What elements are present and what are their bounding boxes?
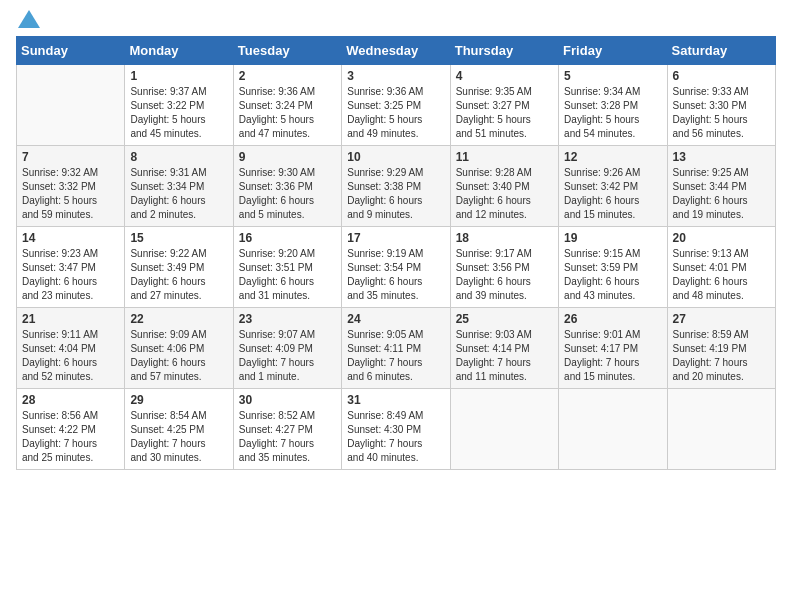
day-info: Sunrise: 9:28 AM Sunset: 3:40 PM Dayligh… [456, 166, 553, 222]
header-cell-monday: Monday [125, 37, 233, 65]
calendar-cell: 6Sunrise: 9:33 AM Sunset: 3:30 PM Daylig… [667, 65, 775, 146]
day-info: Sunrise: 9:35 AM Sunset: 3:27 PM Dayligh… [456, 85, 553, 141]
day-info: Sunrise: 9:05 AM Sunset: 4:11 PM Dayligh… [347, 328, 444, 384]
day-number: 7 [22, 150, 119, 164]
calendar-cell: 24Sunrise: 9:05 AM Sunset: 4:11 PM Dayli… [342, 308, 450, 389]
header-cell-sunday: Sunday [17, 37, 125, 65]
calendar-cell [17, 65, 125, 146]
day-number: 10 [347, 150, 444, 164]
calendar-cell [559, 389, 667, 470]
day-info: Sunrise: 9:32 AM Sunset: 3:32 PM Dayligh… [22, 166, 119, 222]
day-number: 20 [673, 231, 770, 245]
header-cell-tuesday: Tuesday [233, 37, 341, 65]
calendar-cell: 21Sunrise: 9:11 AM Sunset: 4:04 PM Dayli… [17, 308, 125, 389]
day-info: Sunrise: 8:59 AM Sunset: 4:19 PM Dayligh… [673, 328, 770, 384]
day-number: 3 [347, 69, 444, 83]
day-number: 17 [347, 231, 444, 245]
day-info: Sunrise: 9:29 AM Sunset: 3:38 PM Dayligh… [347, 166, 444, 222]
day-info: Sunrise: 8:49 AM Sunset: 4:30 PM Dayligh… [347, 409, 444, 465]
calendar-cell: 9Sunrise: 9:30 AM Sunset: 3:36 PM Daylig… [233, 146, 341, 227]
day-number: 1 [130, 69, 227, 83]
calendar-cell: 12Sunrise: 9:26 AM Sunset: 3:42 PM Dayli… [559, 146, 667, 227]
day-info: Sunrise: 9:30 AM Sunset: 3:36 PM Dayligh… [239, 166, 336, 222]
calendar-cell: 11Sunrise: 9:28 AM Sunset: 3:40 PM Dayli… [450, 146, 558, 227]
day-number: 14 [22, 231, 119, 245]
day-number: 24 [347, 312, 444, 326]
calendar-cell: 17Sunrise: 9:19 AM Sunset: 3:54 PM Dayli… [342, 227, 450, 308]
calendar-cell: 28Sunrise: 8:56 AM Sunset: 4:22 PM Dayli… [17, 389, 125, 470]
calendar-cell: 4Sunrise: 9:35 AM Sunset: 3:27 PM Daylig… [450, 65, 558, 146]
calendar-cell: 31Sunrise: 8:49 AM Sunset: 4:30 PM Dayli… [342, 389, 450, 470]
day-number: 30 [239, 393, 336, 407]
day-info: Sunrise: 9:11 AM Sunset: 4:04 PM Dayligh… [22, 328, 119, 384]
calendar-cell: 19Sunrise: 9:15 AM Sunset: 3:59 PM Dayli… [559, 227, 667, 308]
calendar-cell: 7Sunrise: 9:32 AM Sunset: 3:32 PM Daylig… [17, 146, 125, 227]
calendar-cell: 23Sunrise: 9:07 AM Sunset: 4:09 PM Dayli… [233, 308, 341, 389]
calendar-header: SundayMondayTuesdayWednesdayThursdayFrid… [17, 37, 776, 65]
day-number: 25 [456, 312, 553, 326]
calendar-cell [450, 389, 558, 470]
day-number: 31 [347, 393, 444, 407]
week-row-0: 1Sunrise: 9:37 AM Sunset: 3:22 PM Daylig… [17, 65, 776, 146]
calendar-cell [667, 389, 775, 470]
day-number: 16 [239, 231, 336, 245]
calendar-cell: 13Sunrise: 9:25 AM Sunset: 3:44 PM Dayli… [667, 146, 775, 227]
header-cell-friday: Friday [559, 37, 667, 65]
logo [16, 16, 40, 28]
calendar-cell: 29Sunrise: 8:54 AM Sunset: 4:25 PM Dayli… [125, 389, 233, 470]
week-row-1: 7Sunrise: 9:32 AM Sunset: 3:32 PM Daylig… [17, 146, 776, 227]
day-info: Sunrise: 9:01 AM Sunset: 4:17 PM Dayligh… [564, 328, 661, 384]
day-number: 13 [673, 150, 770, 164]
day-number: 5 [564, 69, 661, 83]
calendar-cell: 3Sunrise: 9:36 AM Sunset: 3:25 PM Daylig… [342, 65, 450, 146]
day-info: Sunrise: 9:22 AM Sunset: 3:49 PM Dayligh… [130, 247, 227, 303]
day-number: 19 [564, 231, 661, 245]
week-row-2: 14Sunrise: 9:23 AM Sunset: 3:47 PM Dayli… [17, 227, 776, 308]
day-number: 22 [130, 312, 227, 326]
calendar-cell: 18Sunrise: 9:17 AM Sunset: 3:56 PM Dayli… [450, 227, 558, 308]
week-row-3: 21Sunrise: 9:11 AM Sunset: 4:04 PM Dayli… [17, 308, 776, 389]
calendar-cell: 27Sunrise: 8:59 AM Sunset: 4:19 PM Dayli… [667, 308, 775, 389]
calendar-cell: 15Sunrise: 9:22 AM Sunset: 3:49 PM Dayli… [125, 227, 233, 308]
day-info: Sunrise: 9:03 AM Sunset: 4:14 PM Dayligh… [456, 328, 553, 384]
calendar-cell: 26Sunrise: 9:01 AM Sunset: 4:17 PM Dayli… [559, 308, 667, 389]
day-info: Sunrise: 9:23 AM Sunset: 3:47 PM Dayligh… [22, 247, 119, 303]
day-number: 15 [130, 231, 227, 245]
day-info: Sunrise: 9:31 AM Sunset: 3:34 PM Dayligh… [130, 166, 227, 222]
calendar-cell: 8Sunrise: 9:31 AM Sunset: 3:34 PM Daylig… [125, 146, 233, 227]
week-row-4: 28Sunrise: 8:56 AM Sunset: 4:22 PM Dayli… [17, 389, 776, 470]
day-info: Sunrise: 9:20 AM Sunset: 3:51 PM Dayligh… [239, 247, 336, 303]
day-info: Sunrise: 9:13 AM Sunset: 4:01 PM Dayligh… [673, 247, 770, 303]
calendar-cell: 22Sunrise: 9:09 AM Sunset: 4:06 PM Dayli… [125, 308, 233, 389]
day-number: 28 [22, 393, 119, 407]
svg-marker-0 [18, 10, 40, 28]
day-info: Sunrise: 9:07 AM Sunset: 4:09 PM Dayligh… [239, 328, 336, 384]
header-row: SundayMondayTuesdayWednesdayThursdayFrid… [17, 37, 776, 65]
calendar-cell: 20Sunrise: 9:13 AM Sunset: 4:01 PM Dayli… [667, 227, 775, 308]
day-number: 8 [130, 150, 227, 164]
header-cell-wednesday: Wednesday [342, 37, 450, 65]
header-cell-thursday: Thursday [450, 37, 558, 65]
calendar-cell: 16Sunrise: 9:20 AM Sunset: 3:51 PM Dayli… [233, 227, 341, 308]
day-number: 18 [456, 231, 553, 245]
calendar-cell: 2Sunrise: 9:36 AM Sunset: 3:24 PM Daylig… [233, 65, 341, 146]
day-info: Sunrise: 9:36 AM Sunset: 3:25 PM Dayligh… [347, 85, 444, 141]
calendar-cell: 10Sunrise: 9:29 AM Sunset: 3:38 PM Dayli… [342, 146, 450, 227]
calendar-cell: 5Sunrise: 9:34 AM Sunset: 3:28 PM Daylig… [559, 65, 667, 146]
day-number: 29 [130, 393, 227, 407]
day-info: Sunrise: 9:09 AM Sunset: 4:06 PM Dayligh… [130, 328, 227, 384]
day-number: 21 [22, 312, 119, 326]
day-number: 12 [564, 150, 661, 164]
day-number: 26 [564, 312, 661, 326]
day-info: Sunrise: 8:52 AM Sunset: 4:27 PM Dayligh… [239, 409, 336, 465]
calendar-table: SundayMondayTuesdayWednesdayThursdayFrid… [16, 36, 776, 470]
page-header [16, 16, 776, 28]
calendar-cell: 1Sunrise: 9:37 AM Sunset: 3:22 PM Daylig… [125, 65, 233, 146]
calendar-cell: 25Sunrise: 9:03 AM Sunset: 4:14 PM Dayli… [450, 308, 558, 389]
day-number: 6 [673, 69, 770, 83]
day-info: Sunrise: 8:54 AM Sunset: 4:25 PM Dayligh… [130, 409, 227, 465]
header-cell-saturday: Saturday [667, 37, 775, 65]
day-info: Sunrise: 9:33 AM Sunset: 3:30 PM Dayligh… [673, 85, 770, 141]
day-number: 27 [673, 312, 770, 326]
day-info: Sunrise: 9:25 AM Sunset: 3:44 PM Dayligh… [673, 166, 770, 222]
